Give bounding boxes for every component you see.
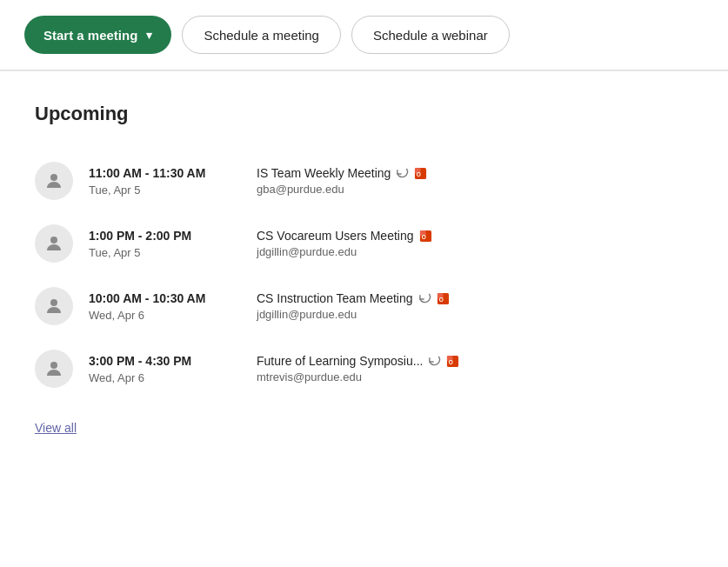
sync-icon — [418, 292, 431, 305]
schedule-meeting-label: Schedule a meeting — [204, 28, 319, 43]
meeting-name: CS Vocareum Users Meeting — [257, 229, 414, 243]
avatar — [35, 224, 73, 263]
meeting-organizer: mtrevis@purdue.edu — [257, 370, 459, 384]
meeting-info: CS Instruction Team Meeting O jdgillin@p… — [257, 291, 450, 321]
person-icon — [43, 170, 64, 191]
list-item[interactable]: 1:00 PM - 2:00 PM Tue, Apr 5 CS Vocareum… — [35, 212, 693, 275]
meeting-date: Wed, Apr 6 — [89, 309, 241, 322]
time-block: 11:00 AM - 11:30 AM Tue, Apr 5 — [89, 165, 241, 197]
meeting-organizer: gba@purdue.edu — [257, 183, 427, 196]
avatar — [35, 162, 73, 200]
svg-text:O: O — [438, 296, 443, 302]
svg-text:O: O — [421, 233, 425, 239]
list-item[interactable]: 3:00 PM - 4:30 PM Wed, Apr 6 Future of L… — [35, 337, 693, 400]
office-icon: O — [414, 167, 427, 180]
time-range: 3:00 PM - 4:30 PM — [89, 353, 241, 370]
meeting-name: Future of Learning Symposiu... — [257, 354, 423, 368]
svg-text:O: O — [417, 170, 421, 177]
office-icon: O — [437, 292, 450, 305]
person-icon — [43, 296, 64, 317]
office-icon: O — [419, 230, 432, 243]
top-bar: Start a meeting ▾ Schedule a meeting Sch… — [0, 0, 728, 70]
upcoming-section-title: Upcoming — [35, 103, 693, 125]
avatar — [35, 350, 73, 388]
meeting-name: IS Team Weekly Meeting — [257, 166, 391, 180]
person-icon — [43, 358, 64, 379]
time-block: 10:00 AM - 10:30 AM Wed, Apr 6 — [89, 290, 241, 323]
time-range: 1:00 PM - 2:00 PM — [89, 228, 241, 245]
sync-icon — [428, 355, 441, 368]
schedule-meeting-button[interactable]: Schedule a meeting — [182, 16, 341, 54]
meeting-organizer: jdgillin@purdue.edu — [257, 245, 432, 258]
meeting-name-row: IS Team Weekly Meeting O — [257, 166, 427, 180]
time-range: 10:00 AM - 10:30 AM — [89, 290, 241, 308]
time-block: 3:00 PM - 4:30 PM Wed, Apr 6 — [89, 353, 241, 385]
chevron-down-icon: ▾ — [146, 29, 152, 42]
person-icon — [43, 233, 64, 254]
meeting-info: CS Vocareum Users Meeting O jdgillin@pur… — [257, 229, 432, 258]
meeting-date: Tue, Apr 5 — [89, 246, 241, 259]
main-content: Upcoming 11:00 AM - 11:30 AM Tue, Apr 5 … — [0, 71, 728, 457]
time-range: 11:00 AM - 11:30 AM — [89, 165, 241, 183]
view-all-link[interactable]: View all — [35, 421, 77, 435]
list-item[interactable]: 11:00 AM - 11:30 AM Tue, Apr 5 IS Team W… — [35, 150, 693, 212]
meeting-name-row: CS Vocareum Users Meeting O — [257, 229, 432, 243]
start-meeting-button[interactable]: Start a meeting ▾ — [24, 16, 171, 54]
time-block: 1:00 PM - 2:00 PM Tue, Apr 5 — [89, 228, 241, 260]
meeting-date: Wed, Apr 6 — [89, 371, 241, 384]
meeting-name: CS Instruction Team Meeting — [257, 291, 413, 305]
avatar — [35, 287, 73, 325]
svg-point-0 — [50, 174, 57, 181]
meeting-info: Future of Learning Symposiu... O mtrevis… — [257, 354, 459, 384]
meeting-name-row: CS Instruction Team Meeting O — [257, 291, 450, 305]
start-meeting-label: Start a meeting — [43, 28, 137, 43]
schedule-webinar-button[interactable]: Schedule a webinar — [351, 16, 510, 54]
schedule-webinar-label: Schedule a webinar — [373, 28, 488, 43]
meeting-name-row: Future of Learning Symposiu... O — [257, 354, 459, 368]
office-icon: O — [446, 355, 459, 368]
meeting-organizer: jdgillin@purdue.edu — [257, 308, 450, 321]
meetings-list: 11:00 AM - 11:30 AM Tue, Apr 5 IS Team W… — [35, 150, 693, 400]
sync-icon — [396, 167, 409, 180]
meeting-info: IS Team Weekly Meeting O gba@purdue.edu — [257, 166, 427, 196]
svg-point-12 — [50, 362, 57, 369]
svg-text:O: O — [449, 358, 453, 364]
svg-point-4 — [50, 237, 57, 243]
list-item[interactable]: 10:00 AM - 10:30 AM Wed, Apr 6 CS Instru… — [35, 275, 693, 337]
svg-point-8 — [50, 299, 57, 306]
meeting-date: Tue, Apr 5 — [89, 183, 241, 197]
